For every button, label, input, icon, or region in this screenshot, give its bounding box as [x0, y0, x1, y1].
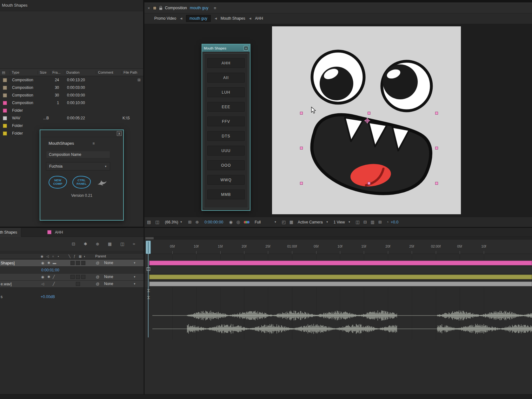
parent-column-label[interactable]: Parent — [95, 254, 106, 258]
current-time-indicator[interactable] — [146, 241, 151, 254]
project-row[interactable]: Composition 24 0:00:13:20 ⊞ — [0, 76, 143, 84]
mouth-shape-button[interactable]: MMB — [207, 190, 245, 199]
solo-toggle-icon[interactable]: ✱ — [47, 261, 50, 265]
quality-toggle-icon[interactable]: ╱ — [53, 282, 55, 286]
mouth-shape-button[interactable]: FFV — [207, 116, 245, 126]
layer-duration-bar-audio[interactable] — [149, 282, 532, 286]
audio-toggle-icon[interactable]: ◁ — [41, 282, 44, 286]
lock-icon[interactable] — [159, 8, 162, 10]
selection-handle[interactable] — [435, 182, 438, 185]
timeline-track-area[interactable]: 05f10f15f20f25f01:00f05f10f15f20f25f02:0… — [145, 228, 532, 399]
mouth-shape-button[interactable]: AII — [207, 73, 245, 83]
selection-handle[interactable] — [368, 182, 370, 185]
label-swatch[interactable] — [3, 78, 7, 82]
hide-shy-icon[interactable]: ▦ — [108, 242, 112, 246]
audio-column-icon[interactable]: ◁ — [46, 255, 49, 258]
mouth-shape-button[interactable]: AHH — [207, 58, 245, 68]
parent-pickwhip-icon[interactable]: @ — [96, 282, 99, 286]
parent-dropdown[interactable]: None ▼ — [104, 261, 136, 265]
selection-handle[interactable] — [368, 112, 370, 115]
label-swatch[interactable] — [3, 131, 7, 136]
label-toggle-icon[interactable]: ▬ — [53, 261, 56, 265]
new-comp-button[interactable]: NEW COMP — [49, 176, 67, 189]
mouth-shape-button[interactable]: OOO — [207, 160, 245, 170]
share-view-icon[interactable]: ◫ — [356, 220, 359, 224]
composition-select[interactable]: Fuchsia ▼ — [46, 162, 110, 170]
frame-blend-column-icon[interactable]: ▦ — [79, 255, 82, 258]
live-update-icon[interactable]: ✱ — [84, 242, 87, 246]
layer-row-audio-wav[interactable]: e.wav] ◁ ╱ @ None ▼ — [0, 281, 143, 288]
close-window-icon[interactable]: x — [244, 46, 248, 50]
eye-toggle-icon[interactable]: ◉ — [41, 275, 44, 279]
timeline-tab-mouth-shapes[interactable]: th Shapes — [0, 228, 21, 237]
eye-toggle-icon[interactable]: ◉ — [41, 261, 44, 265]
breadcrumb-item-active[interactable]: mouth guy — [186, 15, 211, 22]
solo-toggle-icon[interactable]: ✱ — [47, 275, 50, 279]
label-swatch[interactable] — [3, 86, 7, 90]
label-swatch[interactable] — [3, 124, 7, 128]
parent-dropdown[interactable]: None ▼ — [104, 282, 136, 286]
parent-dropdown[interactable]: None ▼ — [104, 275, 136, 279]
draft-3d-icon[interactable]: ⊕ — [96, 242, 99, 246]
selection-handle[interactable] — [300, 147, 303, 150]
switch-box[interactable] — [81, 261, 85, 265]
switch-box[interactable] — [81, 275, 85, 279]
layer-row-mouth-shapes[interactable]: Shapes] ◉ ✱ ▬ @ None ▼ — [0, 260, 143, 267]
camera-view-value[interactable]: Active Camera — [298, 220, 323, 224]
close-tab-icon[interactable]: × — [148, 6, 150, 10]
fx-column-icon[interactable]: ƒ — [74, 255, 76, 258]
switch-box[interactable] — [76, 282, 80, 286]
grid-guides-icon[interactable]: ⊞ — [188, 220, 192, 224]
parent-pickwhip-icon[interactable]: @ — [96, 261, 99, 265]
frame-blend-icon[interactable]: ◫ — [120, 242, 124, 246]
panel-menu-icon[interactable]: ≡ — [92, 142, 95, 145]
transparency-grid-icon[interactable]: ▦ — [289, 220, 293, 224]
magnification-dropdown-icon[interactable]: ▼ — [180, 221, 183, 223]
switch-box[interactable] — [76, 275, 80, 279]
selection-handle[interactable] — [300, 182, 303, 185]
switch-box[interactable] — [70, 261, 75, 265]
fast-preview-icon[interactable]: ▥ — [371, 220, 375, 224]
quality-toggle-icon[interactable]: ╱ — [53, 275, 55, 279]
label-swatch[interactable] — [3, 109, 7, 113]
view-layout-value[interactable]: 1 View — [334, 220, 345, 224]
mouth-shape-button[interactable]: WWQ — [207, 175, 245, 185]
reset-exposure-icon[interactable]: ◔ — [386, 220, 389, 224]
property-value[interactable]: 0:00:01:00 — [41, 268, 59, 272]
motion-blur-column-icon[interactable]: ◐ — [84, 255, 86, 258]
show-channel-icon[interactable] — [244, 221, 249, 223]
audio-level-value[interactable]: +0.00dB — [41, 295, 55, 299]
col-duration[interactable]: Duration — [64, 70, 96, 74]
selection-handle[interactable] — [435, 147, 438, 150]
lock-column-icon[interactable]: ▪ — [58, 255, 59, 258]
project-row[interactable]: Folder — [0, 122, 143, 130]
composition-canvas[interactable] — [272, 26, 461, 214]
col-frames[interactable]: Fra... — [50, 70, 64, 74]
graph-editor-icon[interactable]: ≈ — [133, 242, 135, 246]
layer-duration-bar[interactable] — [149, 275, 532, 279]
show-snapshot-icon[interactable]: ◎ — [236, 220, 240, 224]
breadcrumb-item[interactable]: Promo Video — [154, 16, 176, 21]
parent-pickwhip-icon[interactable]: @ — [96, 275, 99, 279]
main-viewer-icon[interactable]: ◫ — [155, 220, 159, 224]
audio-levels-row[interactable]: s +0.00dB — [0, 293, 143, 300]
active-comp-name[interactable]: mouth guy — [190, 6, 208, 10]
project-row[interactable]: Composition 30 0:00:03:00 — [0, 91, 143, 99]
mouth-shape-button[interactable]: LUH — [207, 87, 245, 97]
selection-handle[interactable] — [300, 112, 303, 115]
label-swatch[interactable] — [3, 101, 7, 105]
comp-mini-flowchart-icon[interactable]: ⊡ — [72, 242, 75, 246]
comp-flowchart-icon[interactable]: ⊞ — [378, 220, 382, 224]
work-area-start-handle[interactable] — [145, 237, 154, 239]
solo-column-icon[interactable]: ○ — [52, 255, 54, 258]
view-dropdown-icon[interactable]: ▼ — [348, 221, 350, 223]
layer-name[interactable]: e.wav] — [1, 282, 12, 286]
col-size[interactable]: Size — [37, 70, 50, 74]
breadcrumb-item[interactable]: AHH — [255, 16, 263, 21]
palette-title-bar[interactable]: Mouth Shapes x — [202, 44, 250, 52]
col-filepath[interactable]: File Path — [121, 70, 143, 74]
close-window-icon[interactable]: x — [117, 131, 122, 136]
ctrl-panel-button[interactable]: CTRL PANEL — [72, 176, 91, 189]
mouth-shape-button[interactable]: EEE — [207, 102, 245, 112]
layer-row[interactable]: ◉ ✱ ╱ @ None ▼ — [0, 274, 143, 281]
